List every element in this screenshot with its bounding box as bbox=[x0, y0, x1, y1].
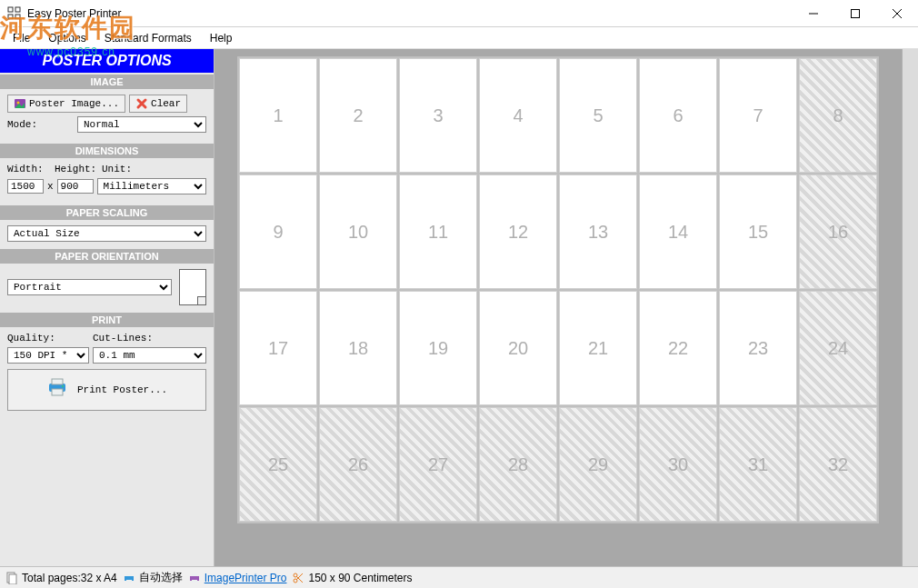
close-button[interactable] bbox=[876, 0, 918, 27]
page-tile[interactable]: 19 bbox=[399, 291, 477, 405]
orientation-select[interactable]: Portrait bbox=[7, 279, 172, 295]
svg-rect-0 bbox=[8, 7, 13, 12]
width-input[interactable] bbox=[7, 179, 44, 194]
cutlines-select[interactable]: 0.1 mm bbox=[93, 347, 206, 364]
section-print-header: PRINT bbox=[0, 313, 214, 327]
poster-grid: 1234567891011121314151617181920212223242… bbox=[237, 56, 879, 523]
page-tile[interactable]: 25 bbox=[239, 407, 317, 522]
sidebar: POSTER OPTIONS IMAGE Poster Image... Cle… bbox=[0, 49, 215, 566]
width-label: Width: bbox=[7, 164, 51, 174]
status-auto-select: 自动选择 bbox=[123, 570, 183, 585]
svg-rect-15 bbox=[9, 574, 16, 584]
mode-select[interactable]: Normal bbox=[77, 116, 206, 133]
quality-label: Quality: bbox=[7, 333, 89, 344]
status-imageprinter-link[interactable]: ImagePrinter Pro bbox=[205, 572, 287, 584]
menu-standard-formats[interactable]: Standard Formats bbox=[95, 29, 201, 47]
status-imageprinter[interactable]: ImagePrinter Pro bbox=[188, 572, 287, 584]
page-tile[interactable]: 30 bbox=[639, 407, 717, 522]
svg-rect-1 bbox=[15, 7, 20, 12]
page-tile[interactable]: 21 bbox=[559, 291, 637, 405]
orientation-preview-icon bbox=[179, 269, 206, 305]
page-tile[interactable]: 14 bbox=[639, 174, 717, 289]
page-tile[interactable]: 4 bbox=[479, 58, 557, 173]
minimize-icon bbox=[809, 9, 818, 18]
menu-file[interactable]: File bbox=[4, 29, 39, 47]
window-title: Easy Poster Printer bbox=[27, 7, 121, 20]
pages-icon bbox=[5, 572, 18, 584]
svg-point-13 bbox=[62, 385, 64, 387]
page-tile[interactable]: 29 bbox=[559, 407, 637, 522]
page-tile[interactable]: 12 bbox=[479, 174, 557, 289]
image-icon bbox=[14, 97, 26, 110]
svg-rect-11 bbox=[52, 379, 63, 384]
svg-rect-5 bbox=[852, 10, 860, 18]
dim-x: x bbox=[47, 181, 54, 192]
mode-label: Mode: bbox=[7, 119, 37, 130]
page-tile[interactable]: 26 bbox=[319, 407, 397, 522]
menu-options[interactable]: Options bbox=[39, 29, 95, 47]
page-tile[interactable]: 2 bbox=[319, 58, 397, 173]
height-input[interactable] bbox=[57, 179, 94, 194]
section-scaling-body: Actual Size bbox=[0, 220, 214, 247]
vertical-scrollbar[interactable] bbox=[902, 49, 918, 566]
print-poster-button[interactable]: Print Poster... bbox=[7, 369, 206, 411]
preview-area: 1234567891011121314151617181920212223242… bbox=[215, 49, 918, 566]
quality-select[interactable]: 150 DPI * bbox=[7, 347, 89, 364]
close-icon bbox=[893, 9, 902, 18]
page-tile[interactable]: 9 bbox=[239, 174, 317, 289]
page-tile[interactable]: 3 bbox=[399, 58, 477, 173]
page-tile[interactable]: 20 bbox=[479, 291, 557, 405]
preview-scroll[interactable]: 1234567891011121314151617181920212223242… bbox=[215, 49, 902, 566]
sidebar-header: POSTER OPTIONS bbox=[0, 49, 214, 73]
status-size-text: 150 x 90 Centimeters bbox=[308, 572, 412, 584]
page-tile[interactable]: 22 bbox=[639, 291, 717, 405]
statusbar: Total pages:32 x A4 自动选择 ImagePrinter Pr… bbox=[0, 566, 918, 588]
svg-rect-20 bbox=[192, 573, 197, 576]
page-tile[interactable]: 5 bbox=[559, 58, 637, 173]
page-tile[interactable]: 6 bbox=[639, 58, 717, 173]
clear-icon bbox=[135, 97, 148, 110]
page-tile[interactable]: 18 bbox=[319, 291, 397, 405]
scaling-select[interactable]: Actual Size bbox=[7, 225, 206, 242]
menu-help[interactable]: Help bbox=[201, 29, 242, 47]
page-tile[interactable]: 13 bbox=[559, 174, 637, 289]
page-tile[interactable]: 17 bbox=[239, 291, 317, 405]
clear-label: Clear bbox=[151, 98, 181, 109]
menubar: File Options Standard Formats Help bbox=[0, 27, 918, 49]
main-area: POSTER OPTIONS IMAGE Poster Image... Cle… bbox=[0, 49, 918, 566]
print-poster-label: Print Poster... bbox=[77, 384, 167, 395]
status-auto-select-text: 自动选择 bbox=[139, 570, 183, 585]
page-tile[interactable]: 8 bbox=[799, 58, 877, 173]
page-tile[interactable]: 31 bbox=[719, 407, 797, 522]
page-tile[interactable]: 28 bbox=[479, 407, 557, 522]
maximize-icon bbox=[851, 9, 860, 18]
printer-icon bbox=[46, 377, 68, 403]
page-tile[interactable]: 1 bbox=[239, 58, 317, 173]
svg-rect-12 bbox=[52, 389, 63, 395]
page-tile[interactable]: 32 bbox=[799, 407, 877, 522]
clear-button[interactable]: Clear bbox=[129, 95, 187, 113]
unit-label: Unit: bbox=[102, 164, 132, 174]
section-orientation-header: PAPER ORIENTATION bbox=[0, 249, 214, 264]
minimize-button[interactable] bbox=[793, 0, 834, 27]
app-icon bbox=[7, 6, 22, 21]
page-tile[interactable]: 7 bbox=[719, 58, 797, 173]
poster-image-button[interactable]: Poster Image... bbox=[7, 95, 125, 113]
page-tile[interactable]: 10 bbox=[319, 174, 397, 289]
poster-image-label: Poster Image... bbox=[29, 98, 119, 109]
section-scaling-header: PAPER SCALING bbox=[0, 205, 214, 220]
maximize-button[interactable] bbox=[834, 0, 876, 27]
page-tile[interactable]: 24 bbox=[799, 291, 877, 405]
page-tile[interactable]: 27 bbox=[399, 407, 477, 522]
page-tile[interactable]: 16 bbox=[799, 174, 877, 289]
scissors-icon bbox=[292, 572, 304, 584]
unit-select[interactable]: Millimeters bbox=[97, 178, 206, 194]
svg-rect-2 bbox=[8, 15, 13, 19]
status-size: 150 x 90 Centimeters bbox=[292, 572, 412, 584]
page-tile[interactable]: 23 bbox=[719, 291, 797, 405]
section-print-body: Quality: Cut-Lines: 150 DPI * 0.1 mm Pri… bbox=[0, 327, 214, 416]
page-tile[interactable]: 15 bbox=[719, 174, 797, 289]
section-image-header: IMAGE bbox=[0, 75, 214, 89]
page-tile[interactable]: 11 bbox=[399, 174, 477, 289]
svg-rect-18 bbox=[126, 580, 132, 583]
